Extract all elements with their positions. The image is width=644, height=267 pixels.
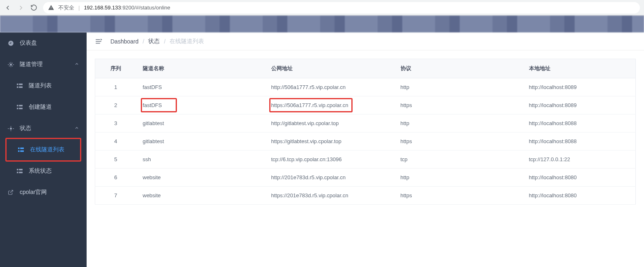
cell-seq: 5 — [95, 151, 136, 169]
cell-proto: https — [394, 187, 523, 205]
cell-seq: 7 — [95, 187, 136, 205]
crumb-status[interactable]: 状态 — [148, 38, 160, 45]
system-status-icon — [16, 168, 23, 174]
cell-url[interactable]: https://gitlabtest.vip.cpolar.top — [265, 132, 394, 151]
sidebar-item-dashboard[interactable]: 仪表盘 — [0, 32, 87, 54]
topbar: Dashboard / 状态 / 在线隧道列表 — [87, 32, 644, 50]
svg-rect-13 — [20, 151, 24, 152]
table-row[interactable]: 2 fastDFS https://506a1777.r5.vip.cpolar… — [95, 96, 636, 114]
svg-rect-17 — [19, 172, 23, 173]
svg-rect-3 — [17, 87, 18, 88]
cell-proto: http — [394, 78, 523, 96]
menu-toggle-icon[interactable] — [95, 38, 102, 45]
chevron-up-icon — [74, 61, 79, 68]
tunnel-table: 序列 隧道名称 公网地址 协议 本地地址 1 fastDFS http://50… — [95, 59, 636, 205]
cell-name: fastDFS — [136, 78, 265, 96]
cell-proto: http — [394, 169, 523, 187]
table-header-row: 序列 隧道名称 公网地址 协议 本地地址 — [95, 59, 636, 78]
cell-url[interactable]: https://506a1777.r5.vip.cpolar.cn — [265, 96, 394, 114]
insecure-label: 不安全 — [58, 4, 74, 11]
sidebar-item-cpolar-site[interactable]: cpolar官网 — [0, 182, 87, 203]
svg-rect-14 — [17, 169, 18, 171]
sidebar-item-create-tunnel[interactable]: 创建隧道 — [0, 96, 87, 118]
svg-rect-4 — [19, 87, 23, 88]
address-bar[interactable]: 不安全 | 192.168.59.133:9200/#/status/onlin… — [43, 2, 640, 14]
col-name: 隧道名称 — [136, 59, 265, 78]
table-row[interactable]: 5 ssh tcp://6.tcp.vip.cpolar.cn:13096 tc… — [95, 151, 636, 169]
sidebar-item-label: 创建隧道 — [29, 103, 52, 111]
cell-local[interactable]: http://localhost:8089 — [523, 96, 636, 114]
insecure-icon — [48, 5, 54, 11]
sidebar-item-online-tunnels[interactable]: 在线隧道列表 — [7, 139, 80, 160]
table-row[interactable]: 1 fastDFS http://506a1777.r5.vip.cpolar.… — [95, 78, 636, 96]
sidebar-item-system-status[interactable]: 系统状态 — [0, 160, 87, 182]
cell-local[interactable]: http://localhost:8089 — [523, 78, 636, 96]
cell-name: fastDFS — [136, 96, 265, 114]
svg-rect-1 — [17, 84, 18, 85]
breadcrumb-separator: / — [164, 38, 165, 45]
crumb-dashboard[interactable]: Dashboard — [110, 38, 139, 45]
cell-url[interactable]: tcp://6.tcp.vip.cpolar.cn:13096 — [265, 151, 394, 169]
online-list-icon — [18, 146, 24, 153]
reload-button[interactable] — [30, 4, 37, 11]
svg-rect-8 — [19, 108, 23, 110]
create-icon — [16, 104, 23, 110]
svg-rect-6 — [19, 105, 23, 107]
sidebar-item-label: 仪表盘 — [20, 39, 37, 47]
cell-url[interactable]: http://gitlabtest.vip.cpolar.top — [265, 114, 394, 132]
sidebar-item-status[interactable]: 状态 — [0, 118, 87, 139]
cell-local[interactable]: http://localhost:8088 — [523, 132, 636, 151]
svg-rect-10 — [18, 148, 20, 149]
cell-local[interactable]: http://localhost:8088 — [523, 114, 636, 132]
cell-local[interactable]: http://localhost:8080 — [523, 187, 636, 205]
browser-toolbar: 不安全 | 192.168.59.133:9200/#/status/onlin… — [0, 0, 644, 16]
sidebar-item-label: cpolar官网 — [20, 189, 47, 196]
tunnel-manage-icon — [7, 61, 14, 68]
cell-url[interactable]: https://201e783d.r5.vip.cpolar.cn — [265, 187, 394, 205]
cell-name: gitlabtest — [136, 114, 265, 132]
table-row[interactable]: 7 website https://201e783d.r5.vip.cpolar… — [95, 187, 636, 205]
cell-name: gitlabtest — [136, 132, 265, 151]
breadcrumb-separator: / — [143, 38, 144, 45]
dashboard-icon — [7, 40, 14, 46]
col-local: 本地地址 — [523, 59, 636, 78]
url-text: 192.168.59.133:9200/#/status/online — [84, 5, 170, 11]
cell-url[interactable]: http://506a1777.r5.vip.cpolar.cn — [265, 78, 394, 96]
highlight-annotation: fastDFS — [141, 98, 177, 112]
sidebar-item-label: 隧道列表 — [29, 82, 52, 89]
forward-button[interactable] — [17, 4, 25, 11]
sidebar-item-label: 在线隧道列表 — [30, 146, 64, 153]
list-icon — [16, 82, 23, 89]
table-row[interactable]: 6 website http://201e783d.r5.vip.cpolar.… — [95, 169, 636, 187]
cell-local[interactable]: http://localhost:8080 — [523, 169, 636, 187]
crumb-online: 在线隧道列表 — [170, 38, 204, 45]
cell-url[interactable]: http://201e783d.r5.vip.cpolar.cn — [265, 169, 394, 187]
cell-proto: https — [394, 96, 523, 114]
cell-proto: tcp — [394, 151, 523, 169]
cell-name: ssh — [136, 151, 265, 169]
sidebar-item-tunnel-manage[interactable]: 隧道管理 — [0, 54, 87, 75]
cell-seq: 4 — [95, 132, 136, 151]
svg-rect-5 — [17, 105, 18, 107]
table-row[interactable]: 4 gitlabtest https://gitlabtest.vip.cpol… — [95, 132, 636, 151]
svg-rect-11 — [20, 148, 24, 149]
cell-seq: 6 — [95, 169, 136, 187]
highlight-annotation: https://506a1777.r5.vip.cpolar.cn — [269, 98, 353, 112]
url-separator: | — [78, 5, 80, 11]
svg-point-0 — [10, 64, 12, 66]
svg-rect-2 — [19, 84, 23, 85]
table-row[interactable]: 3 gitlabtest http://gitlabtest.vip.cpola… — [95, 114, 636, 132]
col-proto: 协议 — [394, 59, 523, 78]
main-content: Dashboard / 状态 / 在线隧道列表 序列 隧道名称 公网地址 协议 … — [87, 32, 644, 267]
cell-name: website — [136, 187, 265, 205]
cell-name: website — [136, 169, 265, 187]
highlight-annotation: 在线隧道列表 — [5, 138, 81, 162]
sidebar: 仪表盘 隧道管理 隧道列表 创建隧道 状态 — [0, 32, 87, 267]
sidebar-item-tunnel-list[interactable]: 隧道列表 — [0, 75, 87, 96]
breadcrumb: Dashboard / 状态 / 在线隧道列表 — [110, 38, 204, 45]
cell-local[interactable]: tcp://127.0.0.1:22 — [523, 151, 636, 169]
cell-seq: 2 — [95, 96, 136, 114]
svg-point-9 — [10, 128, 12, 130]
back-button[interactable] — [4, 4, 11, 11]
cell-proto: http — [394, 114, 523, 132]
